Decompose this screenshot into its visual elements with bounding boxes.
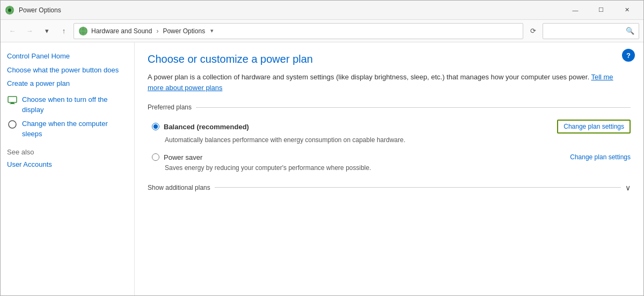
dropdown-button[interactable]: ▾ [39,24,54,39]
plan-label-power-saver[interactable]: Power saver [152,153,202,161]
title-bar: Power Options — ☐ ✕ [1,1,643,20]
window-controls: — ☐ ✕ [563,2,639,18]
breadcrumb1: Hardware and Sound [91,27,152,35]
divider-line [196,107,631,108]
see-also-label: See also [7,148,128,156]
sleep-icon [7,119,18,130]
plan-radio-balanced[interactable] [152,123,159,130]
sidebar-item-power-button[interactable]: Choose what the power button does [7,65,128,76]
breadcrumb-separator: › [156,27,158,35]
minimize-button[interactable]: — [563,2,588,18]
plan-desc-power-saver: Saves energy by reducing your computer's… [165,164,631,173]
additional-plans-section: Show additional plans ∨ [148,183,631,192]
sidebar-item-create-plan[interactable]: Create a power plan [7,78,128,89]
forward-button[interactable]: → [22,24,37,39]
sidebar-item-turn-off-display[interactable]: Choose when to turn off the display [7,94,128,115]
main-area: Control Panel Home Choose what the power… [1,42,643,295]
back-button[interactable]: ← [5,24,20,39]
plan-item-balanced: Balanced (recommended) Change plan setti… [148,120,631,145]
search-icon: 🔍 [626,27,634,35]
additional-plans-chevron[interactable]: ∨ [625,183,631,192]
plan-label-balanced[interactable]: Balanced (recommended) [152,123,249,131]
sidebar-main-links: Control Panel Home Choose what the power… [7,51,128,89]
help-button[interactable]: ? [622,49,635,62]
change-plan-btn-power-saver[interactable]: Change plan settings [570,153,631,161]
svg-point-3 [8,9,11,12]
plan-header-balanced: Balanced (recommended) Change plan setti… [152,120,631,134]
preferred-plans-label: Preferred plans [148,103,192,111]
refresh-button[interactable]: ⟳ [525,24,540,39]
content-area: ? Choose or customize a power plan A pow… [135,42,643,295]
svg-rect-9 [10,103,15,104]
maximize-button[interactable]: ☐ [589,2,613,18]
sidebar-link-computer-sleeps[interactable]: Change when the computer sleeps [22,119,128,139]
up-button[interactable]: ↑ [56,24,71,39]
window-icon [5,5,14,15]
window-title: Power Options [19,6,563,14]
content-description: A power plan is a collection of hardware… [148,72,631,93]
breadcrumb2: Power Options [163,27,205,35]
plan-radio-power-saver[interactable] [152,153,159,161]
address-bar: ← → ▾ ↑ Hardware and Sound › Power Optio… [1,20,643,42]
svg-rect-7 [8,97,17,102]
sidebar-item-control-panel-home[interactable]: Control Panel Home [7,51,128,62]
plan-header-power-saver: Power saver Change plan settings [152,153,631,161]
sidebar: Control Panel Home Choose what the power… [1,42,135,295]
page-title: Choose or customize a power plan [148,53,631,65]
preferred-plans-divider: Preferred plans [148,103,631,111]
address-icon [78,26,88,36]
search-box[interactable]: 🔍 [543,23,639,39]
sidebar-link-turn-off-display[interactable]: Choose when to turn off the display [22,94,128,115]
address-dropdown-icon: ▾ [210,27,214,34]
display-icon [7,95,18,106]
plan-desc-balanced: Automatically balances performance with … [165,136,631,145]
additional-plans-label: Show additional plans [148,184,210,191]
address-text: Hardware and Sound › Power Options [91,27,205,35]
svg-point-10 [9,121,16,128]
sidebar-link-user-accounts[interactable]: User Accounts [7,159,128,170]
sidebar-item-computer-sleeps[interactable]: Change when the computer sleeps [7,119,128,139]
close-button[interactable]: ✕ [614,2,639,18]
address-box[interactable]: Hardware and Sound › Power Options ▾ [74,23,523,39]
svg-rect-8 [11,102,14,103]
additional-plans-line [215,187,621,188]
change-plan-btn-balanced[interactable]: Change plan settings [557,120,631,134]
search-input[interactable] [547,27,626,35]
plan-item-power-saver: Power saver Change plan settings Saves e… [148,153,631,173]
power-options-window: Power Options — ☐ ✕ ← → ▾ ↑ Hardware and… [0,0,644,296]
